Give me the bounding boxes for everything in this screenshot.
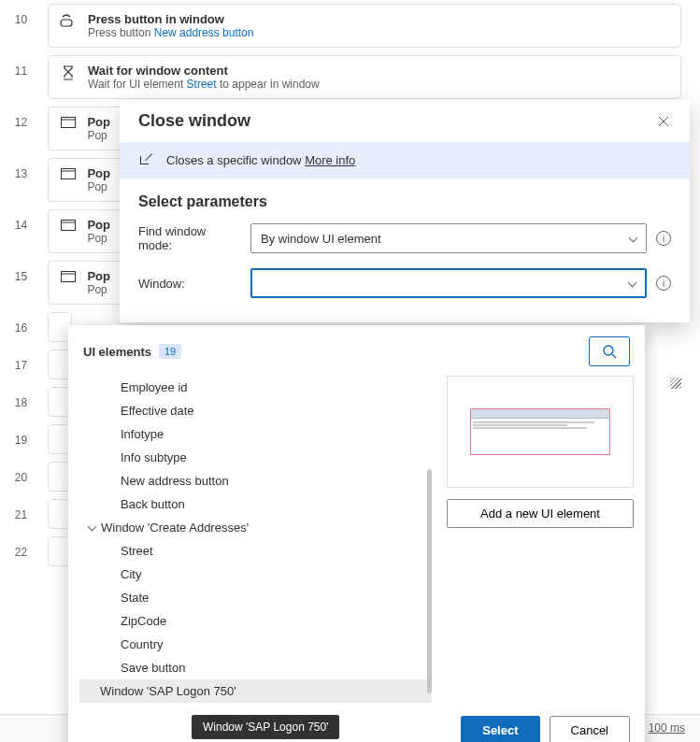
chevron-down-icon bbox=[629, 277, 636, 291]
chevron-down-icon bbox=[89, 521, 95, 535]
tree-item[interactable]: Infotype bbox=[79, 422, 432, 446]
tree-item[interactable]: Info subtype bbox=[79, 446, 432, 469]
tooltip: Window 'SAP Logon 750' bbox=[192, 715, 339, 739]
window-icon bbox=[60, 269, 76, 282]
close-icon[interactable] bbox=[656, 114, 671, 129]
step-title: Pop bbox=[87, 115, 110, 129]
step-card[interactable]: Pop Pop bbox=[48, 158, 122, 202]
step-card[interactable]: Wait for window content Wait for UI elem… bbox=[48, 55, 681, 99]
close-window-dialog: Close window Closes a specific window Mo… bbox=[120, 100, 690, 322]
step-card[interactable]: Pop Pop bbox=[48, 107, 122, 150]
dropdown-title: UI elements bbox=[83, 345, 151, 359]
tree-item[interactable]: State bbox=[79, 586, 432, 609]
svg-rect-0 bbox=[61, 20, 72, 26]
step-title: Pop bbox=[87, 269, 110, 283]
preview-pane: Add a new UI element bbox=[447, 376, 634, 703]
tree-item[interactable]: Street bbox=[79, 539, 432, 563]
window-thumbnail bbox=[470, 408, 610, 455]
banner-description: Closes a specific window More info bbox=[166, 153, 355, 167]
window-select[interactable] bbox=[250, 268, 647, 298]
step-card[interactable]: Pop Pop bbox=[48, 209, 122, 253]
search-button[interactable] bbox=[589, 336, 630, 366]
svg-rect-5 bbox=[61, 221, 75, 231]
window-row: Window: i bbox=[120, 261, 690, 306]
tree-item[interactable]: Save button bbox=[79, 656, 432, 679]
preview-thumbnail bbox=[447, 376, 634, 488]
step-subtitle: Pop bbox=[87, 129, 110, 142]
step-number: 14 bbox=[0, 206, 42, 232]
ui-elements-dropdown: UI elements 19 Employee id Effective dat… bbox=[68, 325, 645, 742]
find-window-mode-row: Find window mode: By window UI element i bbox=[120, 216, 690, 261]
tree-item[interactable]: City bbox=[79, 563, 432, 586]
search-icon bbox=[602, 344, 617, 359]
step-number: 11 bbox=[0, 51, 42, 78]
arrow-down-left-icon bbox=[138, 154, 151, 167]
step-number: 10 bbox=[0, 0, 42, 26]
tree-group[interactable]: Window 'Create Addresses' bbox=[79, 516, 432, 539]
step-title: Wait for window content bbox=[88, 64, 320, 78]
svg-rect-1 bbox=[61, 118, 75, 128]
step-card[interactable]: Pop Pop bbox=[48, 261, 122, 305]
info-icon[interactable]: i bbox=[656, 276, 671, 291]
step-title: Pop bbox=[87, 166, 110, 180]
tree-item[interactable]: Effective date bbox=[79, 399, 432, 422]
svg-point-9 bbox=[604, 346, 613, 355]
find-mode-label: Find window mode: bbox=[138, 224, 241, 252]
scrollbar[interactable] bbox=[427, 469, 432, 693]
step-number: 12 bbox=[0, 103, 42, 129]
cancel-button[interactable]: Cancel bbox=[550, 716, 630, 742]
step-title: Press button in window bbox=[88, 12, 253, 26]
window-icon bbox=[60, 166, 76, 179]
find-mode-select[interactable]: By window UI element bbox=[250, 223, 647, 253]
info-banner: Closes a specific window More info bbox=[120, 142, 690, 178]
svg-rect-7 bbox=[61, 272, 75, 282]
tree-item[interactable]: ZipCode bbox=[79, 609, 432, 633]
window-icon bbox=[60, 218, 76, 231]
tree-item[interactable]: New address button bbox=[79, 469, 432, 492]
step-subtitle: Press button New address button bbox=[88, 26, 253, 39]
more-info-link[interactable]: More info bbox=[305, 153, 355, 167]
section-title: Select parameters bbox=[120, 178, 690, 216]
window-label: Window: bbox=[138, 277, 241, 291]
chevron-down-icon bbox=[630, 232, 636, 246]
press-icon bbox=[60, 12, 77, 27]
hourglass-icon bbox=[60, 64, 77, 80]
tree-item[interactable]: Back button bbox=[79, 492, 432, 516]
step-11[interactable]: 11 Wait for window content Wait for UI e… bbox=[0, 51, 700, 103]
step-subtitle: Pop bbox=[87, 180, 110, 193]
tree-item[interactable]: Employee id bbox=[79, 376, 432, 399]
select-button[interactable]: Select bbox=[461, 716, 539, 742]
step-number: 13 bbox=[0, 154, 42, 180]
step-subtitle: Pop bbox=[87, 232, 110, 245]
step-10[interactable]: 10 Press button in window Press button N… bbox=[0, 0, 700, 51]
step-number: 15 bbox=[0, 257, 42, 283]
svg-line-10 bbox=[612, 354, 616, 358]
info-icon[interactable]: i bbox=[656, 231, 671, 246]
run-delay-value[interactable]: 100 ms bbox=[649, 721, 685, 735]
svg-rect-3 bbox=[61, 169, 75, 179]
step-card[interactable]: Press button in window Press button New … bbox=[48, 4, 681, 48]
window-icon bbox=[60, 115, 76, 128]
dialog-title: Close window bbox=[138, 111, 250, 131]
element-count-badge: 19 bbox=[159, 344, 181, 359]
link-street[interactable]: Street bbox=[187, 78, 217, 91]
ui-element-tree[interactable]: Employee id Effective date Infotype Info… bbox=[79, 376, 432, 703]
tree-item[interactable]: Country bbox=[79, 633, 432, 656]
add-ui-element-button[interactable]: Add a new UI element bbox=[447, 499, 634, 528]
link-new-address[interactable]: New address button bbox=[154, 26, 254, 39]
step-subtitle: Wait for UI element Street to appear in … bbox=[88, 78, 320, 91]
tree-item-hovered[interactable]: Window 'SAP Logon 750' bbox=[79, 679, 432, 703]
step-title: Pop bbox=[87, 218, 110, 232]
step-subtitle: Pop bbox=[87, 283, 110, 296]
